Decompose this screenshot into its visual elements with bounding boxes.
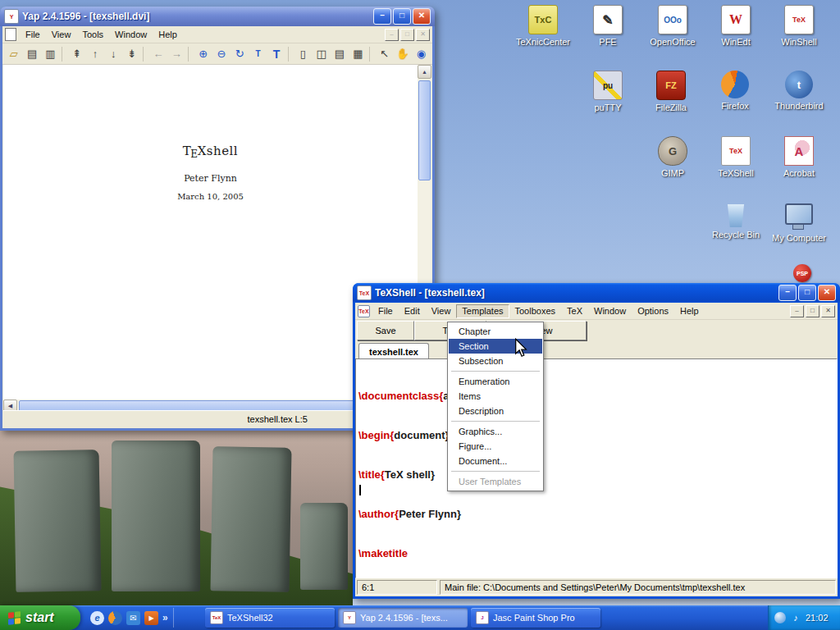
menu-item-description[interactable]: Description <box>449 404 542 418</box>
menu-window[interactable]: Window <box>109 28 153 41</box>
maximize-button[interactable]: □ <box>798 285 816 301</box>
grid-view-icon[interactable]: ▦ <box>349 46 367 62</box>
mdi-minimize-button[interactable]: – <box>385 29 399 41</box>
menu-file[interactable]: File <box>372 304 399 317</box>
zoom-in-icon[interactable]: ⊕ <box>194 46 212 62</box>
refresh-icon[interactable]: ↻ <box>231 46 249 62</box>
desktop-icon-label: OpenOffice <box>641 37 704 47</box>
desktop-icon-filezilla[interactable]: FZ FileZilla <box>640 71 702 112</box>
desktop-icon-recycle-bin[interactable]: Recycle Bin <box>705 202 767 240</box>
desktop-icon-texshell[interactable]: TeX TeXShell <box>705 136 767 178</box>
taskbar-task-texshell32[interactable]: TeX TeXShell32 <box>205 608 335 628</box>
texshell-titlebar[interactable]: TeX TeXShell - [texshell.tex] – □ ✕ <box>353 283 840 303</box>
menu-file[interactable]: File <box>20 28 46 41</box>
taskbar-task-yap[interactable]: Y Yap 2.4.1596 - [texs... <box>338 608 468 628</box>
mail-icon[interactable]: ✉ <box>126 611 140 625</box>
icon-glyph: t <box>797 79 801 91</box>
tray-volume-icon[interactable]: ♪ <box>790 612 801 623</box>
system-tray: ♪ 21:02 <box>768 605 840 630</box>
menu-item-graphics[interactable]: Graphics... <box>449 424 542 439</box>
desktop-icon-my-computer[interactable]: My Computer <box>768 202 830 243</box>
texshell-window-title: TeXShell - [texshell.tex] <box>375 287 775 299</box>
close-button[interactable]: ✕ <box>818 285 836 301</box>
mdi-close-button[interactable]: ✕ <box>416 29 430 41</box>
open-icon[interactable]: ▱ <box>5 46 22 62</box>
mdi-restore-button[interactable]: □ <box>806 305 819 317</box>
save-button[interactable]: Save <box>357 321 414 340</box>
menu-edit[interactable]: Edit <box>399 304 426 317</box>
desktop-icon-label: TeXShell <box>705 168 767 178</box>
single-page-icon[interactable]: ▯ <box>294 46 312 62</box>
desktop-icon-acrobat[interactable]: A Acrobat <box>768 136 830 178</box>
back-icon[interactable]: ← <box>149 46 167 62</box>
menu-help[interactable]: Help <box>153 28 183 41</box>
menu-item-enumeration[interactable]: Enumeration <box>449 374 542 389</box>
desktop-icon-thunderbird[interactable]: t Thunderbird <box>768 71 830 111</box>
close-button[interactable]: ✕ <box>413 8 431 25</box>
forward-icon[interactable]: → <box>168 46 185 62</box>
minimize-button[interactable]: – <box>373 8 391 25</box>
scrollbar-thumb[interactable] <box>418 80 431 180</box>
menu-templates[interactable]: Templates <box>456 304 509 318</box>
menu-item-figure[interactable]: Figure... <box>449 439 542 454</box>
templates-dropdown-menu: Chapter Section Subsection Enumeration I… <box>447 322 544 491</box>
last-page-icon[interactable]: ⇟ <box>123 46 140 62</box>
magnifier-tool-icon[interactable]: ◉ <box>413 46 430 62</box>
menu-tex[interactable]: TeX <box>561 304 588 317</box>
next-page-icon[interactable]: ↓ <box>105 46 122 62</box>
prev-page-icon[interactable]: ↑ <box>86 46 103 62</box>
desktop-icon-winshell[interactable]: TeX WinShell <box>768 5 830 47</box>
menu-item-subsection[interactable]: Subsection <box>449 354 542 368</box>
print-setup-icon[interactable]: ▥ <box>42 46 59 62</box>
desktop-icon-texniccenter[interactable]: TxC TeXnicCenter <box>512 5 574 47</box>
first-page-icon[interactable]: ⇞ <box>68 46 85 62</box>
quick-launch-more-chevron[interactable]: » <box>162 612 168 623</box>
internet-explorer-icon[interactable]: e <box>90 611 104 625</box>
larger-text-icon[interactable]: T <box>267 46 285 62</box>
menu-item-document[interactable]: Document... <box>449 454 542 468</box>
menu-tools[interactable]: Tools <box>76 28 109 41</box>
print-icon[interactable]: ▤ <box>23 46 40 62</box>
menu-view[interactable]: View <box>426 304 457 317</box>
menu-item-chapter[interactable]: Chapter <box>449 324 542 339</box>
menu-view[interactable]: View <box>46 28 77 41</box>
taskbar-task-paint-shop-pro[interactable]: J Jasc Paint Shop Pro <box>471 608 600 628</box>
menu-options[interactable]: Options <box>632 304 674 317</box>
stone <box>210 446 291 592</box>
firefox-icon[interactable] <box>108 611 122 625</box>
menu-item-section[interactable]: Section <box>449 339 542 354</box>
desktop-icon-openoffice[interactable]: OOo OpenOffice <box>641 5 704 47</box>
main-file-path: Main file: C:\Documents and Settings\Pet… <box>440 580 836 595</box>
hand-tool-icon[interactable]: ✋ <box>394 46 411 62</box>
scroll-up-icon[interactable]: ▲ <box>418 65 431 79</box>
mdi-restore-button[interactable]: □ <box>400 29 414 41</box>
continuous-view-icon[interactable]: ▤ <box>331 46 348 62</box>
media-player-icon[interactable]: ▶ <box>144 611 158 625</box>
desktop-icon-putty[interactable]: pu puTTY <box>577 71 639 112</box>
tray-clock[interactable]: 21:02 <box>806 613 829 623</box>
desktop-icon-gimp[interactable]: G GIMP <box>641 136 704 178</box>
tray-network-icon[interactable] <box>774 612 786 623</box>
yap-menubar: File View Tools Window Help – □ ✕ <box>2 26 432 43</box>
menu-item-items[interactable]: Items <box>449 389 542 404</box>
desktop-icon-firefox[interactable]: Firefox <box>704 71 766 111</box>
desktop-icon-pfe[interactable]: ✎ PFE <box>577 5 639 47</box>
tab-texshell-tex[interactable]: texshell.tex <box>358 343 429 359</box>
code-editor[interactable]: \documentclass{article} \begin{document}… <box>355 358 838 578</box>
maximize-button[interactable]: □ <box>393 8 411 25</box>
yap-titlebar[interactable]: Y Yap 2.4.1596 - [texshell.dvi] – □ ✕ <box>0 7 435 26</box>
minimize-button[interactable]: – <box>778 285 797 301</box>
select-tool-icon[interactable]: ↖ <box>376 46 393 62</box>
mdi-minimize-button[interactable]: – <box>790 305 804 317</box>
menu-help[interactable]: Help <box>674 304 705 317</box>
start-button[interactable]: start <box>0 605 80 630</box>
desktop-icon-winedt[interactable]: W WinEdt <box>705 5 767 47</box>
zoom-out-icon[interactable]: ⊖ <box>212 46 230 62</box>
smaller-text-icon[interactable]: T <box>249 46 267 62</box>
mdi-close-button[interactable]: ✕ <box>821 305 835 317</box>
facing-pages-icon[interactable]: ◫ <box>313 46 330 62</box>
icon-glyph: G <box>669 145 677 158</box>
menu-window[interactable]: Window <box>588 304 632 317</box>
menu-item-user-templates[interactable]: User Templates <box>449 474 542 489</box>
menu-toolboxes[interactable]: Toolboxes <box>509 304 562 317</box>
